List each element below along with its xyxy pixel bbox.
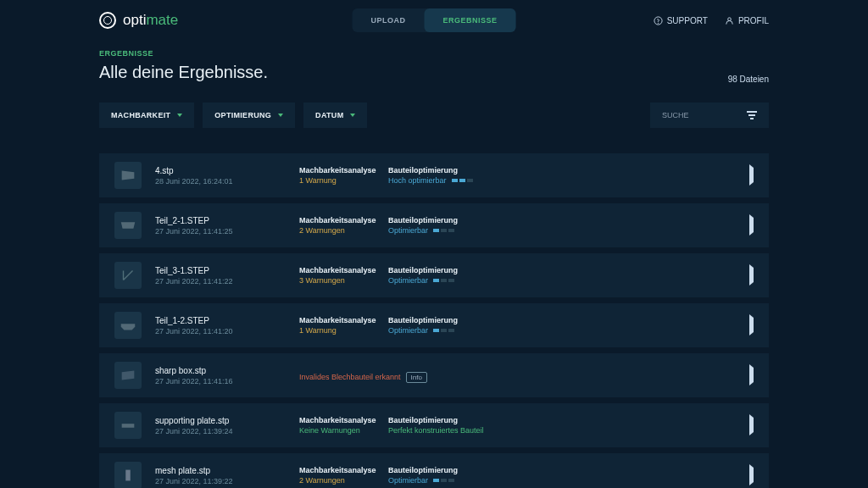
thumbnail xyxy=(114,462,142,488)
chevron-right-icon xyxy=(749,264,754,286)
optimization-col: BauteiloptimierungPerfekt konstruiertes … xyxy=(388,416,515,435)
file-date: 27 Juni 2022, 11:41:25 xyxy=(155,227,299,236)
filter-datum[interactable]: DATUM xyxy=(303,103,367,128)
chevron-down-icon xyxy=(350,114,355,117)
analysis-col: Machbarkeitsanalyse3 Warnungen xyxy=(299,266,388,285)
file-info: supporting plate.stp27 Juni 2022, 11:39:… xyxy=(155,416,299,435)
row-arrow xyxy=(749,318,754,333)
file-name: Teil_2-1.STEP xyxy=(155,216,299,225)
result-row[interactable]: Teil_3-1.STEP27 Juni 2022, 11:41:22 Mach… xyxy=(99,253,769,297)
file-info: Teil_1-2.STEP27 Juni 2022, 11:41:20 xyxy=(155,316,299,336)
file-name: 4.stp xyxy=(155,166,299,175)
thumbnail xyxy=(114,312,142,339)
warning-value: Keine Warnungen xyxy=(299,426,388,435)
chevron-right-icon xyxy=(749,414,754,435)
file-info: 4.stp28 Juni 2022, 16:24:01 xyxy=(155,166,299,186)
svg-rect-4 xyxy=(125,470,131,481)
svg-point-2 xyxy=(728,17,732,20)
optimization-value: Optimierbar xyxy=(388,276,515,285)
chevron-right-icon xyxy=(749,214,754,236)
result-row[interactable]: sharp box.stp27 Juni 2022, 11:41:16 Inva… xyxy=(99,353,769,397)
optimization-value: Perfekt konstruiertes Bauteil xyxy=(388,426,515,435)
tab-results[interactable]: ERGEBNISSE xyxy=(424,8,515,32)
analysis-col: Machbarkeitsanalyse1 Warnung xyxy=(299,316,388,335)
optimization-col: BauteiloptimierungOptimierbar xyxy=(388,216,515,235)
row-arrow xyxy=(749,368,754,383)
optimization-value: Optimierbar xyxy=(388,476,515,485)
result-row[interactable]: mesh plate.stp27 Juni 2022, 11:39:22 Mac… xyxy=(99,453,769,488)
file-info: Teil_3-1.STEP27 Juni 2022, 11:41:22 xyxy=(155,266,299,286)
file-date: 27 Juni 2022, 11:41:20 xyxy=(155,327,299,336)
section-label: ERGEBNISSE xyxy=(99,49,769,58)
result-row[interactable]: Teil_1-2.STEP27 Juni 2022, 11:41:20 Mach… xyxy=(99,303,769,347)
filter-machbarkeit[interactable]: MACHBARKEIT xyxy=(99,103,194,128)
logo-mate: mate xyxy=(146,12,178,28)
thumbnail xyxy=(114,362,142,389)
svg-rect-3 xyxy=(122,424,135,428)
invalid-message: Invalides Blechbauteil erkannt xyxy=(299,373,401,381)
thumbnail xyxy=(114,212,142,239)
header: optimate UPLOAD ERGEBNISSE SUPPORT PROFI… xyxy=(99,0,769,41)
analysis-col: Machbarkeitsanalyse2 Warnungen xyxy=(299,466,388,485)
optimization-value: Hoch optimierbar xyxy=(388,176,515,185)
result-row[interactable]: Teil_2-1.STEP27 Juni 2022, 11:41:25 Mach… xyxy=(99,203,769,247)
results-list: 4.stp28 Juni 2022, 16:24:01 Machbarkeits… xyxy=(99,153,769,488)
file-name: Teil_1-2.STEP xyxy=(155,316,299,325)
tab-upload[interactable]: UPLOAD xyxy=(352,8,424,32)
file-info: mesh plate.stp27 Juni 2022, 11:39:22 xyxy=(155,466,299,485)
file-name: mesh plate.stp xyxy=(155,466,299,475)
result-row[interactable]: 4.stp28 Juni 2022, 16:24:01 Machbarkeits… xyxy=(99,153,769,197)
help-icon xyxy=(654,16,663,25)
profile-link[interactable]: PROFIL xyxy=(725,16,769,25)
logo-opti: opti xyxy=(123,12,146,28)
search-input[interactable]: SUCHE xyxy=(650,103,769,128)
filter-icon xyxy=(747,111,757,119)
thumbnail xyxy=(114,262,142,289)
user-icon xyxy=(725,16,734,25)
chevron-down-icon xyxy=(177,114,182,117)
optimization-bars xyxy=(433,279,454,282)
content: ERGEBNISSE Alle deine Ergebnisse. 98 Dat… xyxy=(99,41,769,488)
filter-bar: MACHBARKEIT OPTIMIERUNG DATUM SUCHE xyxy=(99,103,769,128)
file-name: supporting plate.stp xyxy=(155,416,299,425)
chevron-down-icon xyxy=(278,114,283,117)
optimization-bars xyxy=(433,329,454,332)
info-badge[interactable]: Info xyxy=(406,372,427,383)
optimization-value: Optimierbar xyxy=(388,226,515,235)
warning-value: 3 Warnungen xyxy=(299,276,388,285)
file-date: 27 Juni 2022, 11:41:16 xyxy=(155,377,299,385)
thumbnail xyxy=(114,162,142,189)
filter-optimierung[interactable]: OPTIMIERUNG xyxy=(203,103,295,128)
chevron-right-icon xyxy=(749,164,754,186)
nav-tabs: UPLOAD ERGEBNISSE xyxy=(352,8,515,32)
row-arrow xyxy=(749,268,754,283)
optimization-col: BauteiloptimierungOptimierbar xyxy=(388,466,515,485)
file-date: 28 Juni 2022, 16:24:01 xyxy=(155,177,299,186)
analysis-col: Machbarkeitsanalyse2 Warnungen xyxy=(299,216,388,235)
row-arrow xyxy=(749,468,754,483)
row-arrow xyxy=(749,168,754,183)
file-name: Teil_3-1.STEP xyxy=(155,266,299,275)
page-title: Alle deine Ergebnisse. xyxy=(99,63,769,82)
logo[interactable]: optimate xyxy=(99,12,178,29)
optimization-value: Optimierbar xyxy=(388,326,515,335)
optimization-bars xyxy=(452,179,473,182)
optimization-bars xyxy=(433,229,454,232)
support-link[interactable]: SUPPORT xyxy=(654,16,708,25)
row-arrow xyxy=(749,218,754,233)
warning-value: 2 Warnungen xyxy=(299,476,388,485)
warning-value: 2 Warnungen xyxy=(299,226,388,235)
header-right: SUPPORT PROFIL xyxy=(654,16,769,25)
file-date: 27 Juni 2022, 11:39:24 xyxy=(155,427,299,435)
file-count: 98 Dateien xyxy=(728,75,769,84)
analysis-col: Machbarkeitsanalyse1 Warnung xyxy=(299,166,388,185)
file-info: sharp box.stp27 Juni 2022, 11:41:16 xyxy=(155,366,299,385)
warning-value: 1 Warnung xyxy=(299,176,388,185)
result-row[interactable]: supporting plate.stp27 Juni 2022, 11:39:… xyxy=(99,403,769,447)
optimization-col: BauteiloptimierungOptimierbar xyxy=(388,316,515,335)
file-date: 27 Juni 2022, 11:41:22 xyxy=(155,277,299,286)
chevron-right-icon xyxy=(749,314,754,336)
row-arrow xyxy=(749,418,754,433)
optimization-col: BauteiloptimierungOptimierbar xyxy=(388,266,515,285)
file-date: 27 Juni 2022, 11:39:22 xyxy=(155,477,299,485)
